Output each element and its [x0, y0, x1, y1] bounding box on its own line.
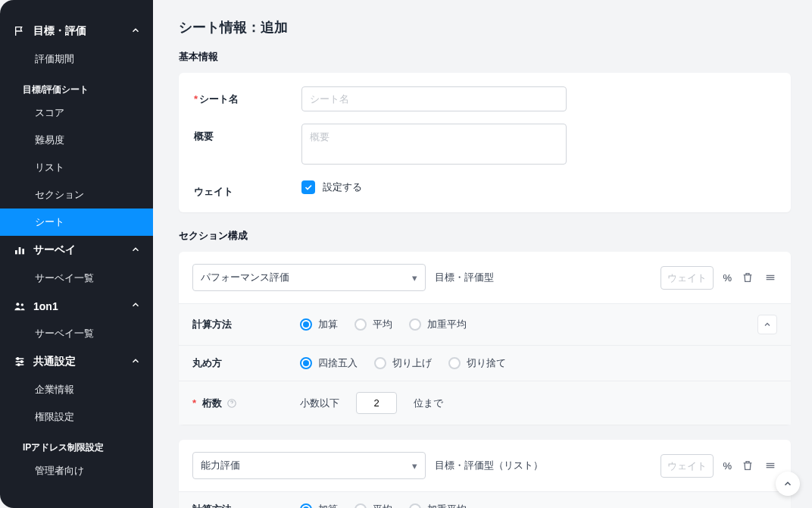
chevron-up-icon — [130, 356, 141, 368]
help-icon[interactable] — [226, 398, 237, 409]
chevron-up-icon — [130, 25, 141, 38]
calc-radio-avg[interactable]: 平均 — [354, 503, 392, 508]
checkbox-icon — [301, 180, 315, 194]
nav-item-survey-list[interactable]: サーベイ一覧 — [0, 265, 153, 292]
summary-label: 概要 — [194, 124, 301, 143]
digits-input[interactable] — [356, 392, 397, 414]
round-method-label: 丸め方 — [192, 356, 300, 370]
summary-textarea[interactable] — [301, 124, 567, 165]
section-type-label: 目標・評価型（リスト） — [435, 459, 651, 472]
nav-item-list[interactable]: リスト — [0, 154, 153, 181]
nav-group-1on1[interactable]: 1on1 — [0, 292, 153, 320]
nav-item-difficulty[interactable]: 難易度 — [0, 127, 153, 154]
sheet-name-input[interactable] — [301, 86, 567, 111]
round-radio-floor[interactable]: 切り捨て — [448, 356, 506, 370]
nav-item-admin[interactable]: 管理者向け — [0, 457, 153, 484]
calc-radio-weighted[interactable]: 加重平均 — [409, 318, 467, 331]
section-type-select[interactable]: パフォーマンス評価 ▾ — [192, 264, 426, 291]
weight-checkbox-label: 設定する — [323, 180, 362, 194]
sheet-name-label: *シート名 — [194, 86, 301, 106]
svg-point-3 — [16, 303, 19, 306]
calc-method-label: 計算方法 — [192, 318, 300, 331]
delete-icon[interactable] — [741, 271, 754, 284]
digits-prefix: 小数以下 — [300, 397, 339, 410]
svg-point-4 — [21, 303, 23, 306]
nav-group-survey[interactable]: サーベイ — [0, 236, 153, 265]
nav-group-label: 共通設定 — [33, 355, 76, 368]
nav-item-company[interactable]: 企業情報 — [0, 376, 153, 403]
nav-item-section[interactable]: セクション — [0, 181, 153, 209]
drag-handle-icon[interactable] — [764, 459, 777, 472]
nav-group-label: 目標・評価 — [33, 24, 86, 38]
calc-radio-weighted[interactable]: 加重平均 — [409, 503, 467, 508]
svg-rect-2 — [22, 249, 24, 254]
svg-point-7 — [17, 364, 20, 366]
main-content: シート情報：追加 基本情報 *シート名 概要 ウェイト — [153, 0, 812, 508]
calc-radio-avg[interactable]: 平均 — [354, 318, 392, 331]
calc-method-label: 計算方法 — [192, 503, 300, 508]
chevron-up-icon — [130, 244, 141, 257]
calc-radio-add[interactable]: 加算 — [300, 503, 338, 508]
flag-icon — [14, 25, 26, 37]
section-type-select[interactable]: 能力評価 ▾ — [192, 452, 426, 479]
section-card: 能力評価 ▾ 目標・評価型（リスト） % 計算方法 加算 平 — [179, 440, 791, 508]
nav-item-permissions[interactable]: 権限設定 — [0, 403, 153, 431]
scroll-top-button[interactable] — [776, 472, 800, 496]
chevron-up-icon — [130, 299, 141, 312]
select-value: パフォーマンス評価 — [201, 271, 289, 284]
nav-group-label: サーベイ — [33, 243, 76, 257]
caret-down-icon: ▾ — [412, 272, 417, 284]
section-weight-input[interactable] — [661, 266, 714, 290]
nav-group-label: 1on1 — [33, 300, 58, 312]
delete-icon[interactable] — [741, 459, 754, 472]
nav-group-common[interactable]: 共通設定 — [0, 347, 153, 376]
sidebar: 目標・評価 評価期間 目標/評価シート スコア 難易度 リスト セクション シー… — [0, 0, 153, 508]
svg-point-5 — [17, 358, 19, 360]
digits-label: *桁数 — [192, 397, 300, 410]
weight-label: ウェイト — [194, 179, 301, 199]
round-radio-round[interactable]: 四捨五入 — [300, 356, 358, 370]
round-radio-ceil[interactable]: 切り上げ — [374, 356, 432, 370]
basic-info-panel: *シート名 概要 ウェイト 設定する — [179, 73, 791, 212]
collapse-button[interactable] — [757, 315, 777, 334]
section-type-label: 目標・評価型 — [435, 271, 651, 284]
page-title: シート情報：追加 — [179, 18, 791, 36]
weight-checkbox[interactable]: 設定する — [301, 179, 362, 194]
calc-radio-add[interactable]: 加算 — [300, 318, 338, 331]
section-weight-input[interactable] — [661, 454, 714, 478]
nav-item-eval-period[interactable]: 評価期間 — [0, 45, 153, 73]
basic-info-title: 基本情報 — [179, 50, 791, 64]
nav-item-score[interactable]: スコア — [0, 99, 153, 127]
section-card: パフォーマンス評価 ▾ 目標・評価型 % 計算方法 加算 平 — [179, 252, 791, 425]
caret-down-icon: ▾ — [412, 460, 417, 472]
svg-point-6 — [20, 361, 23, 363]
select-value: 能力評価 — [201, 459, 240, 472]
chart-icon — [14, 244, 26, 256]
nav-item-1on1-list[interactable]: サーベイ一覧 — [0, 320, 153, 347]
drag-handle-icon[interactable] — [764, 271, 777, 284]
people-icon — [14, 300, 26, 312]
svg-rect-0 — [15, 250, 17, 254]
percent-label: % — [723, 272, 732, 284]
nav-subheader-ip: IPアドレス制限設定 — [0, 431, 153, 457]
nav-item-sheet[interactable]: シート — [0, 209, 153, 236]
sliders-icon — [14, 356, 26, 368]
percent-label: % — [723, 460, 732, 472]
svg-rect-1 — [19, 247, 21, 254]
nav-group-goals[interactable]: 目標・評価 — [0, 17, 153, 45]
digits-suffix: 位まで — [414, 397, 443, 410]
nav-subheader-sheets: 目標/評価シート — [0, 73, 153, 99]
section-structure-title: セクション構成 — [179, 229, 791, 243]
